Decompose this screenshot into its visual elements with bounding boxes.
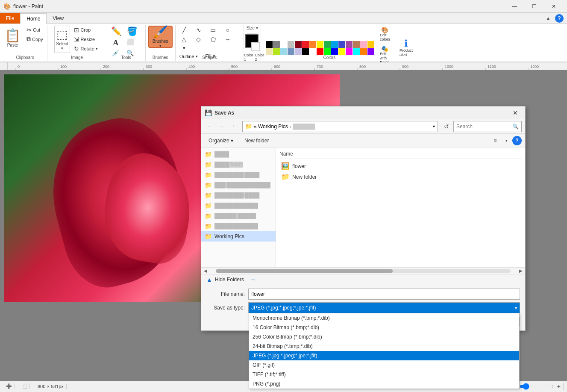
dropdown-option-2[interactable]: 256 Color Bitmap (*.bmp;*.dib) xyxy=(249,332,519,342)
search-input[interactable] xyxy=(456,124,512,130)
sidebar-folder-2[interactable]: 📁████████ ████ xyxy=(201,170,276,180)
up-button[interactable]: ↑ xyxy=(229,121,239,132)
scroll-track[interactable] xyxy=(216,269,511,273)
dialog-close-button[interactable]: ✕ xyxy=(509,107,522,118)
organize-button[interactable]: Organize ▾ xyxy=(205,136,237,145)
dropdown-option-7[interactable]: PNG (*.png) xyxy=(249,379,519,389)
sidebar-folder-name-0: ████ xyxy=(214,151,229,157)
sidebar-folder-name-8: Working Pics xyxy=(214,233,244,239)
sidebar-folder-name-7: ████████████ xyxy=(214,223,258,229)
dialog-toolbar: ← → ↑ 📁 « Working Pics › ██████ ▾ ↺ 🔍 xyxy=(201,119,525,134)
breadcrumb-sub: ██████ xyxy=(293,124,315,130)
sidebar-folder-name-5: ████████████ xyxy=(214,203,258,209)
image-file-icon: 🖼️ xyxy=(281,162,290,170)
breadcrumb-separator: › xyxy=(290,124,291,130)
sidebar-folder-0[interactable]: 📁████ xyxy=(201,149,276,159)
search-icon: 🔍 xyxy=(512,124,519,130)
scroll-right-button[interactable]: ▶ xyxy=(517,268,524,274)
savetype-arrow: ▾ xyxy=(515,306,517,310)
file-list-header: Name xyxy=(279,151,522,159)
sidebar-folder-1[interactable]: 📁████ folder xyxy=(201,159,276,170)
new-folder-button[interactable]: New folder xyxy=(241,136,273,145)
sidebar-folder-icon-1: 📁 xyxy=(205,161,212,168)
sidebar-folder-name-4: ████████ ████ xyxy=(214,192,259,198)
savetype-label: Save as type: xyxy=(206,305,245,311)
dropdown-option-0[interactable]: Monochrome Bitmap (*.bmp;*.dib) xyxy=(249,313,519,323)
dialog-content: 📁████📁████ folder📁████████ ████📁███ ████… xyxy=(201,147,525,267)
dropdown-option-4[interactable]: JPEG (*.jpg;*.jpeg;*.jpe;*.jfif) xyxy=(249,351,519,360)
hide-folders-label: Hide Folders xyxy=(215,277,244,283)
sidebar-folder-icon-7: 📁 xyxy=(205,223,212,230)
dropdown-option-6[interactable]: TIFF (*.tif;*.tiff) xyxy=(249,370,519,379)
filename-label: File name: xyxy=(206,291,245,297)
hide-arrow-icon: ▲ xyxy=(206,276,212,283)
folder-file-icon: 📁 xyxy=(281,173,290,181)
dialog-help-button[interactable]: ? xyxy=(512,136,522,145)
dropdown-option-1[interactable]: 16 Color Bitmap (*.bmp;*.dib) xyxy=(249,323,519,332)
sidebar-folder-4[interactable]: 📁████████ ████ xyxy=(201,190,276,200)
new-folder-label: New folder xyxy=(244,138,269,144)
savetype-value: JPEG (*.jpg;*.jpeg;*.jpe;*.jfif) xyxy=(251,305,515,311)
save-as-dialog: 💾 Save As ✕ ← → ↑ 📁 « Working Pics › ███… xyxy=(201,106,526,331)
sidebar-folder-name-3: ███ ████████████ xyxy=(214,182,270,188)
sidebar-folder-name-2: ████████ ████ xyxy=(214,172,259,178)
hide-folders-row[interactable]: ▲ Hide Folders → xyxy=(201,274,525,285)
breadcrumb[interactable]: 📁 « Working Pics › ██████ ▾ xyxy=(242,121,438,132)
dialog-icon: 💾 xyxy=(205,109,212,116)
sidebar-folder-icon-6: 📁 xyxy=(205,212,212,219)
dialog-title: Save As xyxy=(214,110,509,116)
sidebar-folder-7[interactable]: 📁████████████ xyxy=(201,221,276,231)
filename-input-container[interactable] xyxy=(248,289,520,300)
dropdown-option-3[interactable]: 24-bit Bitmap (*.bmp;*.dib) xyxy=(249,342,519,351)
sidebar-folder-8[interactable]: 📁Working Pics xyxy=(201,231,276,242)
sidebar-folder-3[interactable]: 📁███ ████████████ xyxy=(201,180,276,190)
scroll-thumb[interactable] xyxy=(216,269,393,273)
view-dropdown-button[interactable]: ▾ xyxy=(501,136,511,146)
back-button[interactable]: ← xyxy=(205,121,215,132)
file-item-flower[interactable]: 🖼️ flower xyxy=(279,161,522,171)
filename-input[interactable] xyxy=(251,291,517,297)
view-list-button[interactable]: ≡ xyxy=(490,136,500,146)
savetype-dropdown: Monochrome Bitmap (*.bmp;*.dib)16 Color … xyxy=(249,313,520,389)
savetype-row: Save as type: JPEG (*.jpg;*.jpeg;*.jpe;*… xyxy=(206,302,520,313)
sidebar-folder-icon-3: 📁 xyxy=(205,182,212,189)
name-column-header: Name xyxy=(279,151,293,157)
sidebar-folder-5[interactable]: 📁████████████ xyxy=(201,200,276,211)
folder-icon: 📁 xyxy=(245,123,252,130)
horizontal-scrollbar[interactable]: ◀ ▶ xyxy=(201,267,525,274)
sidebar-folder-icon-4: 📁 xyxy=(205,192,212,199)
savetype-select[interactable]: JPEG (*.jpg;*.jpeg;*.jpe;*.jfif) ▾ Monoc… xyxy=(248,302,520,313)
forward-button[interactable]: → xyxy=(217,121,227,132)
filename-row: File name: xyxy=(206,289,520,300)
search-box[interactable]: 🔍 xyxy=(453,121,522,132)
sidebar-folder-icon-2: 📁 xyxy=(205,171,212,178)
view-toggle: ≡ ▾ ? xyxy=(490,136,522,146)
scroll-left-button[interactable]: ◀ xyxy=(202,268,209,274)
hide-arrow-ext-icon: → xyxy=(250,276,256,283)
dropdown-option-5[interactable]: GIF (*.gif) xyxy=(249,360,519,370)
sidebar-folder-6[interactable]: 📁██████ █████ xyxy=(201,211,276,221)
file-name-new-folder: New folder xyxy=(292,174,317,180)
file-name-flower: flower xyxy=(292,163,306,169)
breadcrumb-dropdown-arrow[interactable]: ▾ xyxy=(433,124,435,129)
breadcrumb-working-pics: « Working Pics xyxy=(254,124,288,130)
sidebar-folder-icon-0: 📁 xyxy=(205,151,212,158)
dialog-sidebar: 📁████📁████ folder📁████████ ████📁███ ████… xyxy=(201,147,276,267)
organize-label: Organize ▾ xyxy=(209,138,233,144)
dialog-file-list: Name 🖼️ flower 📁 New folder xyxy=(276,147,525,267)
sidebar-folder-name-1: ████ folder xyxy=(214,162,243,168)
sidebar-folder-name-6: ██████ █████ xyxy=(214,213,256,219)
dialog-overlay: 💾 Save As ✕ ← → ↑ 📁 « Working Pics › ███… xyxy=(0,0,567,391)
dialog-titlebar: 💾 Save As ✕ xyxy=(201,106,525,119)
dialog-footer: File name: Save as type: JPEG (*.jpg;*.j… xyxy=(201,285,525,330)
sidebar-folder-icon-8: 📁 xyxy=(205,233,212,240)
organize-bar: Organize ▾ New folder ≡ ▾ ? xyxy=(201,134,525,147)
sidebar-folder-icon-5: 📁 xyxy=(205,202,212,209)
refresh-button[interactable]: ↺ xyxy=(441,121,452,132)
file-item-new-folder[interactable]: 📁 New folder xyxy=(279,171,522,182)
